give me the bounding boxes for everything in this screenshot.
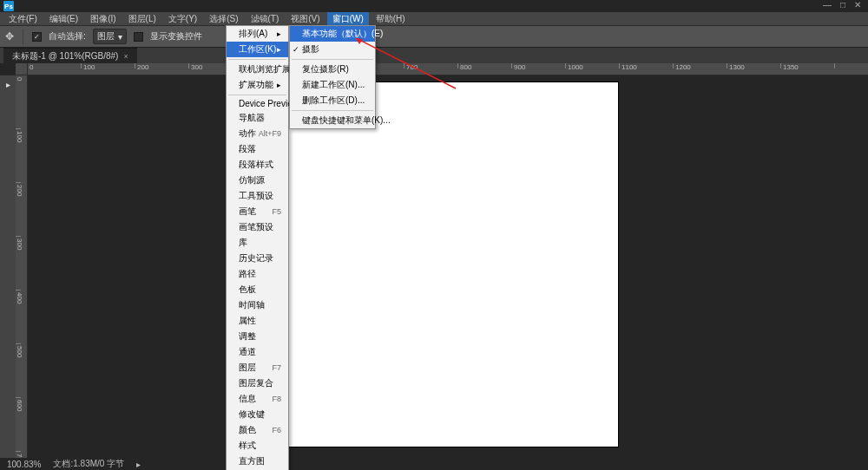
menu-item[interactable]: Device Preview (227, 97, 288, 110)
ruler-tick: 100 (82, 63, 135, 75)
menu-item[interactable]: 画笔预设 (227, 219, 288, 235)
menu-item-label: 画笔 (239, 206, 256, 218)
menu-item[interactable]: 工作区(K)▸ (227, 42, 288, 57)
ruler-tick: 300 (16, 237, 27, 290)
shortcut-label: F8 (272, 395, 281, 403)
menu-item[interactable]: 颜色F6 (227, 422, 288, 438)
menu-edit[interactable]: 编辑(E) (44, 12, 83, 25)
menu-item-label: 基本功能（默认）(E) (302, 28, 383, 40)
shortcut-label: F6 (272, 426, 281, 434)
menu-separator (228, 95, 286, 95)
menu-item-label: 属性 (239, 315, 256, 327)
menu-item-label: 图层 (239, 362, 256, 374)
chevron-right-icon[interactable]: ▸ (136, 460, 141, 469)
menu-image[interactable]: 图像(I) (85, 12, 121, 25)
menu-item[interactable]: 段落样式 (227, 157, 288, 173)
menu-file[interactable]: 文件(F) (3, 12, 43, 25)
menu-item-label: 导航器 (239, 112, 265, 124)
ruler-tick: 400 (16, 290, 27, 344)
menu-item-label: 直方图 (239, 455, 265, 467)
menu-item[interactable]: 复位摄影(R) (290, 62, 375, 77)
ruler-tick: 0 (16, 75, 27, 129)
doc-info[interactable]: 文档:1.83M/0 字节 (53, 458, 124, 470)
auto-select-checkbox[interactable]: ✓ (32, 32, 42, 42)
canvas-area[interactable] (28, 75, 868, 458)
menu-item-label: 通道 (239, 346, 256, 358)
menu-item[interactable]: 图层F7 (227, 360, 288, 375)
menu-item[interactable]: 仿制源 (227, 173, 288, 188)
menu-type[interactable]: 文字(Y) (163, 12, 202, 25)
canvas[interactable] (271, 82, 618, 447)
layer-group-dropdown[interactable]: 图层▾ (93, 29, 127, 44)
menu-item[interactable]: 键盘快捷键和菜单(K)... (290, 113, 375, 128)
submenu-arrow-icon: ▸ (277, 45, 281, 54)
menu-item[interactable]: 排列(A)▸ (227, 26, 288, 42)
menu-item[interactable]: 画笔F5 (227, 204, 288, 219)
ruler-tick: 500 (16, 344, 27, 398)
menu-item[interactable]: 图层复合 (227, 375, 288, 391)
menu-item[interactable]: 动作Alt+F9 (227, 126, 288, 141)
menu-item[interactable]: 调整 (227, 329, 288, 344)
options-bar: ✥ ✓ 自动选择: 图层▾ 显示变换控件 (0, 25, 868, 48)
menu-layer[interactable]: 图层(L) (123, 12, 161, 25)
menu-window[interactable]: 窗口(W) (327, 12, 369, 25)
menu-filter[interactable]: 滤镜(T) (246, 12, 285, 25)
ruler-tick: 800 (458, 63, 512, 75)
maximize-icon[interactable]: □ (840, 0, 845, 10)
menu-item[interactable]: 扩展功能▸ (227, 77, 288, 93)
menu-item[interactable]: 通道 (227, 344, 288, 360)
ruler-tick: 700 (404, 63, 458, 75)
menu-item-label: 动作 (239, 127, 256, 140)
menu-item-label: 历史记录 (239, 252, 273, 264)
menu-item[interactable]: 库 (227, 235, 288, 251)
menu-item[interactable]: 属性 (227, 313, 288, 329)
show-transform-label: 显示变换控件 (150, 30, 202, 42)
menu-item-label: 时间轴 (239, 299, 265, 311)
shortcut-label: F7 (272, 363, 281, 372)
menu-item-label: 样式 (239, 440, 256, 452)
window-controls: — □ ✕ (823, 0, 861, 10)
ruler-tick: 0 (28, 63, 82, 75)
menu-item[interactable]: 路径 (227, 266, 288, 282)
zoom-level[interactable]: 100.83% (7, 460, 41, 469)
menu-item[interactable]: 工具预设 (227, 188, 288, 204)
shortcut-label: F5 (272, 207, 281, 216)
show-transform-checkbox[interactable] (134, 32, 143, 42)
app-logo: Ps (3, 1, 14, 11)
ruler-vertical: 0100200300400500600700 (16, 75, 28, 458)
minimize-icon[interactable]: — (823, 0, 832, 10)
menu-item[interactable]: 时间轴 (227, 297, 288, 313)
submenu-arrow-icon: ▸ (277, 81, 281, 89)
menu-item[interactable]: 新建工作区(N)... (290, 77, 375, 93)
title-bar: Ps — □ ✕ (0, 0, 868, 12)
menu-item-label: 修改键 (239, 408, 265, 421)
move-tool-icon: ✥ (5, 30, 14, 42)
ruler-horizontal: 0100200300400500600700800900100011001200… (28, 63, 868, 75)
menu-item[interactable]: 直方图 (227, 454, 288, 469)
close-tab-icon[interactable]: × (123, 52, 128, 61)
document-tab-bar: 未标题-1 @ 101%(RGB/8#) × (0, 48, 868, 63)
menu-item[interactable]: 段落 (227, 141, 288, 157)
menu-item-label: 段落样式 (239, 159, 273, 171)
window-dropdown: 排列(A)▸工作区(K)▸联机浏览扩展...扩展功能▸Device Previe… (226, 25, 289, 470)
ruler-tick: 1300 (727, 63, 781, 75)
menu-item[interactable]: 信息F8 (227, 391, 288, 407)
document-tab[interactable]: 未标题-1 @ 101%(RGB/8#) × (3, 48, 137, 64)
separator (23, 29, 23, 44)
menu-item[interactable]: 联机浏览扩展... (227, 62, 288, 77)
toolbar: ▸ (0, 75, 16, 458)
menu-item-label: 颜色 (239, 424, 256, 436)
menu-select[interactable]: 选择(S) (204, 12, 243, 25)
menu-help[interactable]: 帮助(H) (371, 12, 411, 25)
menu-item[interactable]: 历史记录 (227, 251, 288, 266)
menu-item[interactable]: 基本功能（默认）(E) (290, 26, 375, 42)
menu-item[interactable]: 摄影 (290, 42, 375, 57)
menu-item[interactable]: 色板 (227, 282, 288, 297)
close-icon[interactable]: ✕ (854, 0, 861, 10)
menu-item[interactable]: 导航器 (227, 110, 288, 126)
menu-item[interactable]: 样式 (227, 438, 288, 454)
menu-view[interactable]: 视图(V) (286, 12, 325, 25)
menu-item[interactable]: 修改键 (227, 407, 288, 422)
menu-item[interactable]: 删除工作区(D)... (290, 93, 375, 108)
toolbar-collapse-icon[interactable]: ▸ (1, 77, 15, 91)
